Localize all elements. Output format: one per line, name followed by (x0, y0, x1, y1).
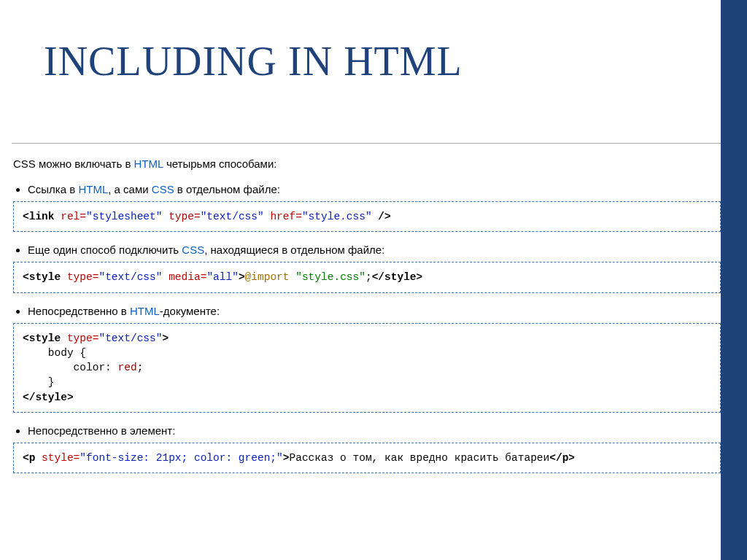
intro-kw: HTML (134, 158, 163, 170)
list-item: Еще один способ подключить CSS, находящи… (28, 242, 721, 292)
slide-title: INCLUDING IN HTML (44, 38, 462, 85)
intro-p1: CSS можно включать в (13, 158, 134, 170)
item-text: Еще один способ подключить CSS, находящи… (28, 244, 384, 256)
slide: INCLUDING IN HTML CSS можно включать в H… (0, 0, 747, 560)
list-item: Непосредственно в элемент: <p style="fon… (28, 423, 721, 473)
side-stripe (721, 0, 747, 560)
list-item: Непосредственно в HTML-документе: <style… (28, 303, 721, 413)
content-area: CSS можно включать в HTML четырьмя спосо… (12, 156, 721, 483)
item-text: Непосредственно в элемент: (28, 424, 175, 437)
method-list: Ссылка в HTML, а сами CSS в отдельном фа… (12, 182, 721, 473)
intro-p2: четырьмя способами: (163, 158, 277, 170)
item-text: Ссылка в HTML, а сами CSS в отдельном фа… (28, 183, 280, 195)
code-box: <link rel="stylesheet" type="text/css" h… (13, 201, 721, 232)
code-box: <p style="font-size: 21px; color: green;… (13, 443, 721, 473)
intro-text: CSS можно включать в HTML четырьмя спосо… (13, 156, 721, 171)
item-text: Непосредственно в HTML-документе: (28, 305, 220, 317)
code-box: <style type="text/css" media="all">@impo… (13, 262, 721, 292)
divider (12, 143, 721, 144)
code-box: <style type="text/css"> body { color: re… (13, 323, 721, 413)
list-item: Ссылка в HTML, а сами CSS в отдельном фа… (28, 182, 721, 232)
